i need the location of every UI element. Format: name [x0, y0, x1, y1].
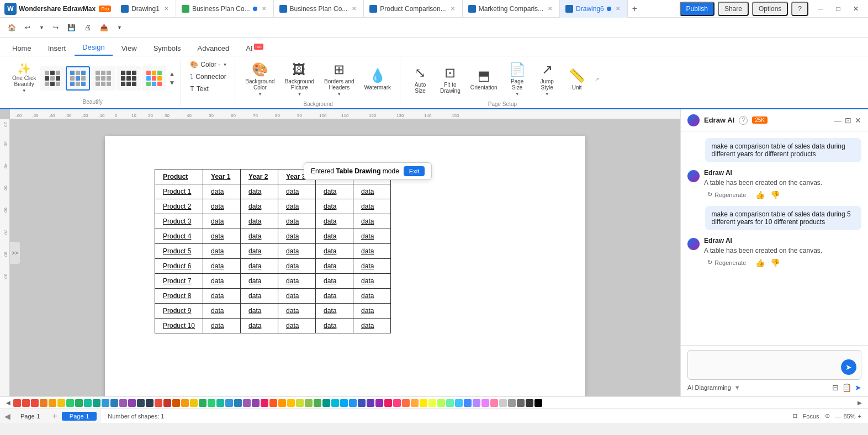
color-swatch[interactable]	[437, 399, 445, 407]
ribbon-tab-home[interactable]: Home	[4, 41, 39, 56]
redo-button[interactable]: ↪	[50, 22, 62, 33]
table-cell[interactable]: data	[316, 274, 353, 289]
color-swatch[interactable]	[455, 399, 463, 407]
table-row[interactable]: Product 4datadatadatadatadata	[155, 229, 391, 244]
table-cell[interactable]: data	[278, 289, 316, 304]
tab-close[interactable]: ✕	[260, 5, 268, 13]
color-swatch[interactable]	[261, 399, 268, 407]
table-cell[interactable]: data	[353, 274, 391, 289]
table-row[interactable]: Product 8datadatadatadatadata	[155, 289, 391, 304]
undo-dropdown[interactable]: ▼	[36, 23, 47, 32]
tab-product[interactable]: Product Comparison... ✕	[364, 0, 462, 18]
table-cell[interactable]: data	[278, 199, 316, 214]
page-tab-active[interactable]: Page-1	[62, 412, 97, 421]
color-swatch[interactable]	[322, 399, 330, 407]
color-swatch[interactable]	[66, 399, 74, 407]
tab-drawing1[interactable]: Drawing1 ✕	[115, 0, 176, 18]
export-button[interactable]: 📤	[97, 22, 112, 33]
table-row[interactable]: Product 3datadatadatadatadata	[155, 214, 391, 229]
auto-size-button[interactable]: ⤡ AutoSize	[406, 63, 435, 96]
color-swatch[interactable]	[163, 399, 171, 407]
color-swatch[interactable]	[119, 399, 127, 407]
table-cell[interactable]: data	[203, 214, 241, 229]
regenerate-button-2[interactable]: ↻ Regenerate	[704, 258, 750, 267]
layer-icon[interactable]: ⊡	[792, 412, 797, 420]
color-swatch[interactable]	[367, 399, 374, 407]
table-cell[interactable]: data	[203, 319, 241, 333]
tab-close[interactable]: ✕	[162, 5, 170, 13]
color-swatch[interactable]	[49, 399, 56, 407]
page-size-button[interactable]: 📄 PageSize ▼	[503, 60, 532, 99]
table-cell[interactable]: data	[241, 304, 278, 319]
table-cell[interactable]: Product 8	[155, 289, 203, 304]
tooltip-exit-button[interactable]: Exit	[404, 166, 425, 176]
color-swatch[interactable]	[473, 399, 480, 407]
focus-icon[interactable]: ⊙	[825, 412, 830, 420]
zoom-in-button[interactable]: +	[858, 413, 861, 420]
focus-label[interactable]: Focus	[803, 413, 819, 420]
color-swatch[interactable]	[234, 399, 242, 407]
color-swatch[interactable]	[393, 399, 401, 407]
publish-button[interactable]: Publish	[680, 2, 714, 16]
color-swatch[interactable]	[225, 399, 233, 407]
color-swatch[interactable]	[208, 399, 215, 407]
color-swatch[interactable]	[420, 399, 427, 407]
table-cell[interactable]: Product 7	[155, 274, 203, 289]
unit-button[interactable]: 📏 Unit	[563, 66, 591, 93]
add-tab-button[interactable]: +	[628, 4, 642, 14]
table-cell[interactable]: Product 5	[155, 244, 203, 259]
table-cell[interactable]: Product 2	[155, 199, 203, 214]
table-cell[interactable]: data	[278, 244, 316, 259]
table-cell[interactable]: data	[278, 229, 316, 244]
table-header-cell[interactable]: Year 1	[203, 169, 241, 184]
beautify-thumb-1[interactable]	[40, 66, 65, 91]
thumbup-button-2[interactable]: 👍	[755, 258, 765, 267]
ai-send-button[interactable]: ➤	[841, 359, 856, 375]
color-swatch[interactable]	[481, 399, 489, 407]
table-cell[interactable]: data	[241, 199, 278, 214]
tab-bp2[interactable]: Business Plan Co... ✕	[274, 0, 364, 18]
ribbon-tab-advanced[interactable]: Advanced	[189, 41, 237, 56]
beautify-thumb-5[interactable]	[142, 66, 166, 91]
table-cell[interactable]: data	[316, 199, 353, 214]
table-row[interactable]: Product 6datadatadatadatadata	[155, 259, 391, 274]
color-button[interactable]: 🎨 Color - ▼	[187, 60, 230, 70]
watermark-button[interactable]: 💧 Watermark	[360, 66, 396, 93]
undo-button[interactable]: ↩	[22, 22, 34, 33]
page-setup-expand[interactable]: ↗	[595, 76, 599, 82]
color-swatch[interactable]	[543, 399, 551, 407]
jump-style-button[interactable]: ↗ JumpStyle ▼	[533, 60, 562, 99]
save-button[interactable]: 💾	[64, 22, 79, 33]
table-cell[interactable]: data	[316, 214, 353, 229]
beautify-thumb-4[interactable]	[117, 66, 141, 91]
color-swatch[interactable]	[314, 399, 321, 407]
table-cell[interactable]: data	[316, 319, 353, 333]
table-cell[interactable]: data	[316, 304, 353, 319]
color-swatch[interactable]	[508, 399, 516, 407]
color-swatch[interactable]	[84, 399, 92, 407]
table-cell[interactable]: data	[316, 229, 353, 244]
table-cell[interactable]: data	[203, 259, 241, 274]
palette-next-arrow[interactable]: ▶	[856, 400, 864, 406]
tab-close[interactable]: ✕	[449, 5, 457, 13]
color-swatch[interactable]	[411, 399, 419, 407]
table-cell[interactable]: data	[241, 214, 278, 229]
color-swatch[interactable]	[181, 399, 189, 407]
color-swatch[interactable]	[464, 399, 472, 407]
bg-picture-button[interactable]: 🖼 BackgroundPicture ▼	[280, 60, 319, 99]
ai-footer-icon-2[interactable]: 📋	[842, 383, 851, 392]
table-cell[interactable]: data	[353, 229, 391, 244]
table-cell[interactable]: data	[278, 319, 316, 333]
table-cell[interactable]: data	[203, 184, 241, 199]
one-click-beautify-button[interactable]: ✨ One ClickBeautify ▼	[9, 61, 39, 95]
table-header-cell[interactable]: Product	[155, 169, 203, 184]
color-swatch[interactable]	[75, 399, 83, 407]
ai-input-field[interactable]	[692, 355, 856, 375]
color-swatch[interactable]	[278, 399, 286, 407]
color-swatch[interactable]	[216, 399, 224, 407]
thumbup-button-1[interactable]: 👍	[755, 190, 765, 199]
bg-color-button[interactable]: 🎨 BackgroundColor ▼	[241, 60, 279, 99]
beautify-thumb-3[interactable]	[91, 66, 115, 91]
beautify-scroll-up[interactable]: ▲	[167, 70, 176, 78]
table-cell[interactable]: data	[241, 244, 278, 259]
